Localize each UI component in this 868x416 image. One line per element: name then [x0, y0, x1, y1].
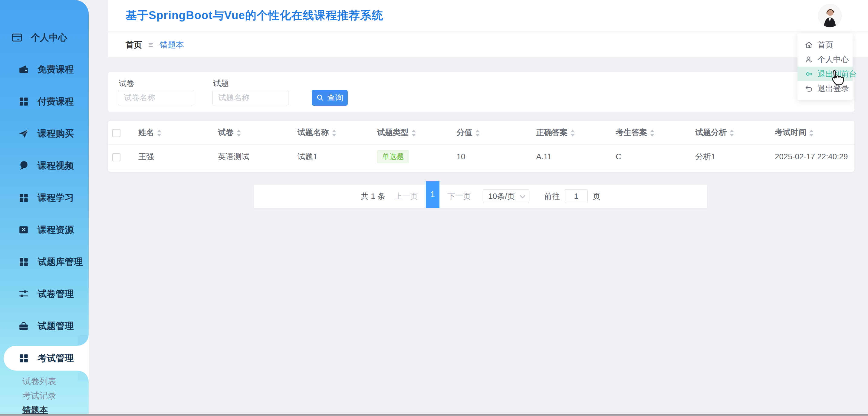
box-x-icon [18, 224, 30, 236]
sidebar-item-course-learning[interactable]: 课程学习 [0, 182, 89, 214]
submenu-item-exam-records[interactable]: 考试记录 [0, 388, 89, 403]
sort-carets-icon[interactable] [332, 129, 336, 137]
sidebar-item-label: 免费课程 [37, 63, 74, 76]
sidebar-item-label: 试卷管理 [37, 288, 74, 300]
cell-student-answer: C [616, 144, 695, 169]
page-1-button[interactable]: 1 [426, 181, 439, 208]
column-header-paper[interactable]: 试卷 [218, 121, 298, 144]
card-icon [11, 32, 23, 43]
sort-carets-icon[interactable] [412, 129, 416, 137]
column-header-correct-answer[interactable]: 正确答案 [536, 121, 616, 144]
sort-carets-icon[interactable] [157, 129, 161, 137]
row-checkbox[interactable] [112, 153, 120, 161]
breadcrumb-current[interactable]: 错题本 [159, 39, 184, 50]
table-row[interactable]: 王强 英语测试 试题1 单选题 10 A.11 C 分析1 2025-02-17… [108, 144, 855, 169]
sidebar-item-label: 付费课程 [37, 95, 74, 108]
user-avatar[interactable] [818, 4, 841, 27]
user-icon [805, 55, 813, 64]
sort-carets-icon[interactable] [475, 129, 480, 137]
query-button-label: 查询 [327, 92, 343, 103]
sort-carets-icon[interactable] [650, 129, 654, 137]
paper-plane-icon [18, 128, 30, 139]
sidebar-item-label: 试题管理 [37, 320, 74, 332]
question-type-tag: 单选题 [377, 150, 409, 163]
grid-icon [18, 256, 30, 268]
search-panel: 试卷 试题 查询 [108, 72, 855, 112]
sidebar-item-free-courses[interactable]: 免费课程 [0, 53, 89, 85]
user-dropdown-menu: 首页 个人中心 退出到前台 退出登录 [798, 33, 852, 100]
breadcrumb-separator-icon [147, 41, 154, 48]
menu-item-home[interactable]: 首页 [798, 37, 852, 52]
sort-carets-icon[interactable] [237, 129, 241, 137]
content: 试卷 试题 查询 [108, 72, 855, 208]
home-icon [805, 41, 813, 49]
wrong-question-table-panel: 姓名 试卷 试题名称 试题类型 分值 正确答案 考生答案 试题分析 考试时间 [108, 121, 855, 172]
grid-icon [18, 352, 30, 364]
cell-paper: 英语测试 [218, 144, 298, 169]
sort-carets-icon[interactable] [730, 129, 734, 137]
next-page-button[interactable]: 下一页 [447, 191, 471, 202]
goto-page-input[interactable] [565, 189, 588, 203]
goto-label: 前往 [544, 191, 560, 202]
page-size-select[interactable]: 10条/页 [483, 189, 529, 203]
column-header-exam-time[interactable]: 考试时间 [775, 121, 855, 144]
column-header-question[interactable]: 试题名称 [298, 121, 377, 144]
sidebar-item-question-bank[interactable]: 试题库管理 [0, 246, 89, 278]
sidebar-item-question-management[interactable]: 试题管理 [0, 310, 89, 342]
wallet-icon [18, 64, 30, 75]
submenu-item-paper-list[interactable]: 试卷列表 [0, 374, 89, 388]
menu-item-profile[interactable]: 个人中心 [798, 52, 852, 67]
column-header-student-answer[interactable]: 考生答案 [616, 121, 695, 144]
sidebar-item-label: 个人中心 [31, 31, 67, 44]
prev-page-button[interactable]: 上一页 [394, 191, 418, 202]
sidebar: 个人中心 免费课程 付费课程 课程购买 课程视频 课程学习 课程 [0, 0, 89, 416]
grid-icon [18, 96, 30, 107]
query-button[interactable]: 查询 [312, 90, 348, 106]
column-header-type[interactable]: 试题类型 [377, 121, 457, 144]
sidebar-item-label: 课程视频 [37, 159, 74, 172]
paper-name-input[interactable] [118, 90, 194, 106]
wrong-question-table: 姓名 试卷 试题名称 试题类型 分值 正确答案 考生答案 试题分析 考试时间 [108, 121, 855, 169]
cell-analysis: 分析1 [695, 144, 775, 169]
table-header-row: 姓名 试卷 试题名称 试题类型 分值 正确答案 考生答案 试题分析 考试时间 [108, 121, 855, 144]
sidebar-item-paid-courses[interactable]: 付费课程 [0, 85, 89, 117]
cell-question: 试题1 [298, 144, 377, 169]
cell-name: 王强 [138, 144, 218, 169]
goto-unit: 页 [593, 191, 600, 202]
exam-management-submenu: 试卷列表 考试记录 错题本 [0, 374, 89, 416]
sidebar-item-profile[interactable]: 个人中心 [0, 27, 89, 49]
arrow-left-icon [805, 70, 813, 78]
balloon-icon [18, 160, 30, 171]
sidebar-item-exam-management[interactable]: 考试管理 [4, 346, 89, 370]
cell-score: 10 [457, 144, 536, 169]
sidebar-item-label: 试题库管理 [37, 256, 83, 268]
sidebar-item-course-resources[interactable]: 课程资源 [0, 214, 89, 246]
pagination-bar: 共 1 条 上一页 1 下一页 10条/页 前往 页 [254, 185, 707, 208]
sidebar-item-course-purchase[interactable]: 课程购买 [0, 117, 89, 150]
chevron-down-icon [520, 193, 525, 198]
app-title: 基于SpringBoot与Vue的个性化在线课程推荐系统 [108, 0, 868, 31]
sidebar-item-course-videos[interactable]: 课程视频 [0, 150, 89, 182]
main-area: 基于SpringBoot与Vue的个性化在线课程推荐系统 首页 错题本 试卷 [89, 0, 868, 416]
sidebar-item-label: 课程购买 [37, 127, 74, 140]
grid-icon [18, 192, 30, 204]
breadcrumb-home[interactable]: 首页 [126, 39, 142, 50]
search-icon [316, 94, 324, 102]
pagination-total: 共 1 条 [361, 191, 385, 202]
question-name-input[interactable] [213, 90, 288, 106]
column-header-score[interactable]: 分值 [457, 121, 536, 144]
sidebar-item-label: 课程资源 [37, 224, 74, 236]
sliders-icon [18, 288, 30, 300]
sort-carets-icon[interactable] [570, 129, 575, 137]
column-header-name[interactable]: 姓名 [138, 121, 218, 144]
cell-correct-answer: A.11 [536, 144, 616, 169]
sort-carets-icon[interactable] [809, 129, 813, 137]
breadcrumb: 首页 错题本 [108, 32, 868, 57]
avatar-image [818, 4, 841, 27]
sidebar-item-paper-management[interactable]: 试卷管理 [0, 278, 89, 310]
column-header-analysis[interactable]: 试题分析 [695, 121, 775, 144]
window-bottom-edge [0, 414, 868, 416]
cell-exam-time: 2025-02-17 22:40:29 [775, 144, 855, 169]
select-all-checkbox[interactable] [112, 129, 120, 137]
question-field-label: 试题 [213, 78, 229, 89]
